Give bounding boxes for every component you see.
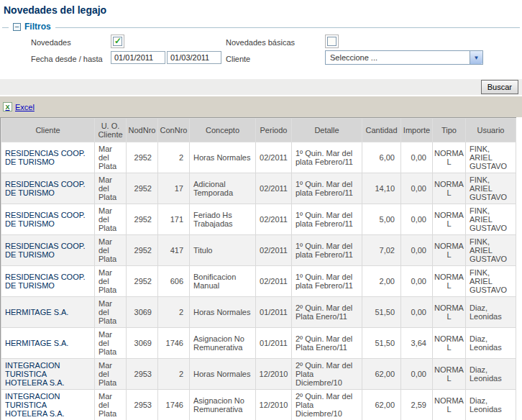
cell-uo: Mar del Plata [95,235,127,266]
cell-concepto: Titulo [190,235,256,266]
cell-connro: 1746 [158,390,190,420]
column-header-tipo: Tipo [433,119,466,142]
cell-detalle: 1º Quin. Mar del plata Febrero/11 [292,266,362,297]
table-row: RESIDENCIAS COOP. DE TURISMOMar del Plat… [1,204,516,235]
cell-uo: Mar del Plata [95,142,127,173]
cell-importe: 0,00 [401,235,433,266]
buscar-button[interactable]: Buscar [481,80,518,94]
cliente-select[interactable]: Seleccione ... ▼ [325,50,483,65]
cell-usuario: Diaz, Leonidas [466,390,516,420]
cell-cliente[interactable]: RESIDENCIAS COOP. DE TURISMO [1,266,95,297]
column-header-cantidad: Cantidad [362,119,401,142]
cell-usuario: Diaz, Leonidas [466,297,516,328]
cell-concepto: Adicional Temporada [190,173,256,204]
cell-cantidad: 62,00 [362,390,401,420]
cell-importe: 0,00 [401,297,433,328]
cell-cliente[interactable]: RESIDENCIAS COOP. DE TURISMO [1,173,95,204]
cell-nodnro: 2953 [127,359,158,390]
fecha-desde-input[interactable] [111,51,165,64]
cell-cantidad: 14,10 [362,173,401,204]
table-body: RESIDENCIAS COOP. DE TURISMOMar del Plat… [1,142,516,420]
cell-concepto: Horas Normales [190,297,256,328]
novedades-basicas-label: Novedades básicas [226,38,295,47]
cell-nodnro: 2952 [127,173,158,204]
cell-detalle: 1º Quin. Mar del plata Febrero/11 [292,142,362,173]
cell-cliente[interactable]: HERMITAGE S.A. [1,328,95,359]
cliente-select-value: Seleccione ... [330,53,377,62]
cell-importe: 0,00 [401,173,433,204]
cell-tipo: NORMAL [433,328,466,359]
cell-cliente[interactable]: INTEGRACION TURISTICA HOTELERA S.A. [1,359,95,390]
fecha-label: Fecha desde / hasta [31,55,103,63]
collapse-filters-icon[interactable]: − [13,23,21,31]
filters-legend: − Filtros [9,22,55,32]
page-title: Novedades del legajo [0,0,522,16]
cell-importe: 0,00 [401,266,433,297]
search-band: Buscar [0,79,522,95]
column-header-usuario: Usuario [466,119,516,142]
cell-importe: 0,00 [401,359,433,390]
table-header-row: ClienteU. O. ClienteNodNroConNroConcepto… [1,119,516,142]
cell-connro: 606 [158,266,190,297]
cell-tipo: NORMAL [433,142,466,173]
cell-usuario: FINK, ARIEL GUSTAVO [466,142,516,173]
cell-periodo: 02/2011 [256,235,292,266]
cell-tipo: NORMAL [433,173,466,204]
cell-tipo: NORMAL [433,235,466,266]
cell-cliente[interactable]: INTEGRACION TURISTICA HOTELERA S.A. [1,390,95,420]
cell-connro: 171 [158,204,190,235]
cell-tipo: NORMAL [433,204,466,235]
cell-periodo: 02/2011 [256,142,292,173]
novedades-checkbox[interactable]: ✓ [111,35,124,48]
cell-uo: Mar del Plata [95,328,127,359]
cell-cantidad: 5,00 [362,204,401,235]
cell-cliente[interactable]: RESIDENCIAS COOP. DE TURISMO [1,142,95,173]
filters-fieldset: − Filtros Novedades ✓ Novedades básicas … [2,27,520,75]
cell-nodnro: 2952 [127,235,158,266]
table-row: RESIDENCIAS COOP. DE TURISMOMar del Plat… [1,235,516,266]
cell-detalle: 1º Quin. Mar del plata Febrero/11 [292,173,362,204]
cell-periodo: 01/2011 [256,297,292,328]
excel-link[interactable]: X Excel [3,102,35,111]
cell-uo: Mar del Plata [95,390,127,420]
table-row: HERMITAGE S.A.Mar del Plata30692Horas No… [1,297,516,328]
cliente-label: Cliente [226,55,250,63]
table-row: HERMITAGE S.A.Mar del Plata30691746Asign… [1,328,516,359]
cell-cliente[interactable]: RESIDENCIAS COOP. DE TURISMO [1,204,95,235]
cell-uo: Mar del Plata [95,173,127,204]
cell-cliente[interactable]: HERMITAGE S.A. [1,297,95,328]
cell-connro: 17 [158,173,190,204]
cell-cantidad: 2,00 [362,266,401,297]
chevron-down-icon[interactable]: ▼ [470,51,482,64]
cell-nodnro: 2952 [127,142,158,173]
column-header-importe: Importe [401,119,433,142]
cell-cliente[interactable]: RESIDENCIAS COOP. DE TURISMO [1,235,95,266]
cell-usuario: FINK, ARIEL GUSTAVO [466,235,516,266]
cell-periodo: 01/2011 [256,328,292,359]
cell-usuario: Diaz, Leonidas [466,359,516,390]
cell-connro: 2 [158,297,190,328]
excel-link-label: Excel [15,103,35,111]
cell-uo: Mar del Plata [95,359,127,390]
cell-importe: 3,64 [401,328,433,359]
cell-nodnro: 2952 [127,204,158,235]
cell-tipo: NORMAL [433,297,466,328]
novedades-basicas-checkbox[interactable]: ✓ [325,35,339,48]
cell-periodo: 02/2011 [256,204,292,235]
cell-cantidad: 51,50 [362,297,401,328]
cell-detalle: 2º Quin. Mar del Plata Enero/11 [292,297,362,328]
table-row: RESIDENCIAS COOP. DE TURISMOMar del Plat… [1,142,516,173]
cell-importe: 2,59 [401,390,433,420]
cell-connro: 417 [158,235,190,266]
column-header-uo: U. O. Cliente [95,119,127,142]
cell-usuario: FINK, ARIEL GUSTAVO [466,204,516,235]
cell-importe: 0,00 [401,142,433,173]
table-row: RESIDENCIAS COOP. DE TURISMOMar del Plat… [1,173,516,204]
cell-importe: 0,00 [401,204,433,235]
excel-icon: X [3,102,12,111]
column-header-nodnro: NodNro [127,119,158,142]
fecha-hasta-input[interactable] [167,51,221,64]
column-header-periodo: Periodo [256,119,292,142]
column-header-detalle: Detalle [292,119,362,142]
filters-title: Filtros [24,22,51,32]
